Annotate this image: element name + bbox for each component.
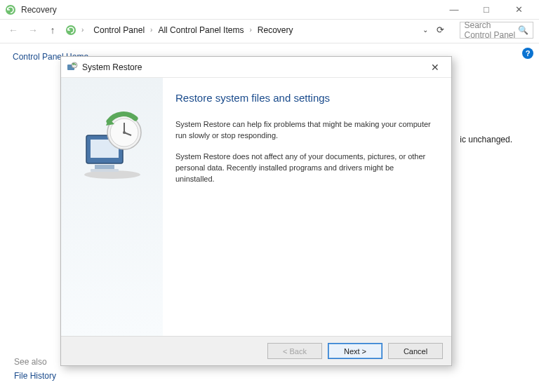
chevron-right-icon: › [81, 26, 84, 34]
chevron-right-icon: › [150, 26, 152, 34]
search-input[interactable]: Search Control Panel 🔍 [460, 22, 534, 39]
background-text-fragment: ic unchanged. [460, 135, 512, 144]
refresh-button[interactable]: ⟳ [434, 23, 447, 36]
system-restore-dialog: System Restore ✕ [60, 56, 452, 366]
breadcrumb-control-panel[interactable]: Control Panel [91, 24, 147, 36]
window-title: Recovery [21, 5, 57, 15]
breadcrumb-recovery[interactable]: Recovery [255, 24, 296, 36]
dialog-paragraph-2: System Restore does not affect any of yo… [175, 151, 432, 185]
dialog-paragraph-1: System Restore can help fix problems tha… [175, 119, 432, 142]
dialog-footer: < Back Next > Cancel [61, 336, 451, 365]
svg-point-13 [123, 131, 126, 134]
search-placeholder: Search Control Panel [465, 20, 519, 40]
nav-up-button[interactable]: ↑ [45, 22, 60, 38]
nav-forward-button[interactable]: → [25, 22, 41, 38]
window-titlebar: Recovery — □ ✕ [0, 0, 539, 20]
svg-point-3 [72, 62, 77, 68]
help-icon[interactable]: ? [522, 48, 533, 59]
dialog-close-button[interactable]: ✕ [425, 59, 446, 76]
recovery-icon [4, 4, 17, 16]
system-restore-icon [67, 62, 78, 73]
breadcrumb: Control Panel › All Control Panel Items … [91, 24, 295, 36]
svg-point-1 [66, 25, 76, 35]
next-button[interactable]: Next > [328, 343, 382, 359]
svg-point-0 [6, 5, 15, 15]
address-dropdown-button[interactable]: ⌄ [420, 25, 431, 35]
dialog-title: System Restore [82, 62, 142, 72]
cancel-button[interactable]: Cancel [388, 343, 443, 359]
explorer-navbar: ← → ↑ › Control Panel › All Control Pane… [0, 20, 539, 43]
file-history-link[interactable]: File History [14, 371, 56, 381]
nav-back-button[interactable]: ← [6, 22, 21, 38]
dialog-heading: Restore system files and settings [175, 92, 432, 104]
breadcrumb-all-items[interactable]: All Control Panel Items [155, 24, 246, 36]
system-restore-illustration-icon [74, 106, 151, 186]
recovery-breadcrumb-icon [65, 24, 77, 36]
dialog-sidebar [61, 78, 163, 336]
window-close-button[interactable]: ✕ [503, 0, 535, 20]
svg-rect-8 [91, 169, 119, 172]
chevron-right-icon: › [249, 26, 251, 34]
back-button: < Back [267, 343, 322, 359]
search-icon: 🔍 [518, 25, 528, 35]
window-minimize-button[interactable]: — [438, 0, 470, 20]
dialog-titlebar: System Restore ✕ [61, 57, 451, 78]
dialog-content: Restore system files and settings System… [163, 78, 451, 336]
window-maximize-button[interactable]: □ [470, 0, 503, 20]
svg-rect-7 [95, 165, 114, 169]
dialog-body: Restore system files and settings System… [61, 78, 451, 336]
see-also-heading: See also [14, 357, 47, 367]
